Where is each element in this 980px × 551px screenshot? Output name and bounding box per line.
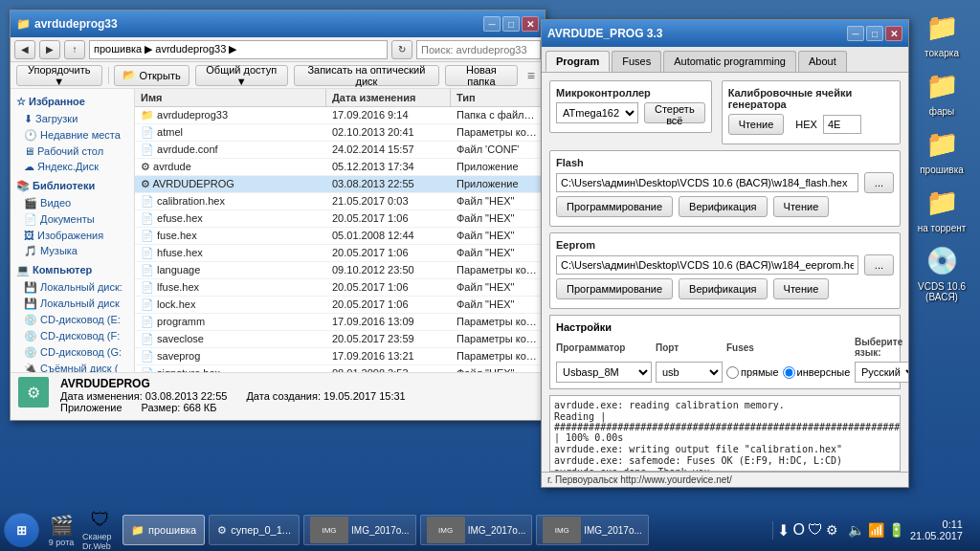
burn-button[interactable]: Записать на оптический диск	[294, 65, 439, 86]
forward-button[interactable]: ▶	[39, 40, 60, 59]
desktop-icon-na-torrent[interactable]: 📁 на торрент	[907, 183, 976, 233]
back-button[interactable]: ◀	[14, 40, 35, 59]
sidebar-item-disk-d[interactable]: 💾 Локальный диск	[11, 296, 134, 312]
sidebar-item-usb1[interactable]: 🔌 Съёмный диск (	[11, 361, 134, 372]
file-row[interactable]: 📄 programm17.09.2016 13:09Параметры конф…	[135, 314, 545, 331]
taskbar-clock[interactable]: 0:11 21.05.2017	[910, 518, 970, 541]
open-button[interactable]: 📂 Открыть	[114, 65, 189, 86]
refresh-button[interactable]: ↻	[391, 40, 412, 59]
computer-title[interactable]: 💻 Компьютер	[11, 261, 134, 279]
minimize-button[interactable]: ─	[483, 16, 501, 32]
flash-verify-button[interactable]: Верификация	[679, 196, 768, 217]
cal-read-button[interactable]: Чтение	[728, 114, 785, 135]
fuses-inverse-label[interactable]: инверсные	[783, 366, 851, 379]
column-name[interactable]: Имя	[135, 89, 326, 106]
share-button[interactable]: Общий доступ ▼	[195, 65, 288, 86]
column-date[interactable]: Дата изменения	[326, 89, 451, 106]
file-row[interactable]: 📄 calibration.hex21.05.2017 0:03Файл "HE…	[135, 193, 545, 210]
search-input[interactable]	[416, 40, 541, 59]
view-button[interactable]: ≡	[523, 67, 539, 84]
file-row[interactable]: 📄 lfuse.hex20.05.2017 1:06Файл "HEX"	[135, 279, 545, 297]
quick-launch-drweb[interactable]: 🛡 Сканер Dr.Web	[82, 512, 119, 548]
up-button[interactable]: ↑	[64, 40, 85, 59]
file-row[interactable]: 📄 fuse.hex05.01.2008 12:44Файл "HEX"	[135, 228, 545, 245]
file-row[interactable]: 📄 lock.hex20.05.2017 1:06Файл "HEX"	[135, 297, 545, 314]
micro-select[interactable]: ATmega162	[556, 102, 638, 123]
file-row[interactable]: 📄 signature.hex08.01.2008 2:53Файл "HEX"	[135, 365, 545, 372]
tab-about[interactable]: About	[798, 51, 847, 72]
taskbar-avrdude-item[interactable]: ⚙ супер_0_1...	[209, 515, 300, 545]
tab-fuses[interactable]: Fuses	[612, 51, 661, 72]
taskbar-explorer-item[interactable]: 📁 прошивка	[122, 515, 205, 545]
tab-program[interactable]: Program	[546, 51, 610, 72]
sidebar-item-disk-c[interactable]: 💾 Локальный диск:	[11, 279, 134, 296]
port-select[interactable]: usb	[656, 362, 723, 383]
favorites-title[interactable]: ☆ Избранное	[11, 93, 134, 111]
file-row[interactable]: ⚙ AVRDUDEPROG03.08.2013 22:55Приложение	[135, 176, 545, 193]
avrdude-close-button[interactable]: ✕	[885, 26, 902, 41]
flash-read-button[interactable]: Чтение	[773, 196, 830, 217]
fuses-inverse-radio[interactable]	[783, 366, 795, 379]
eeprom-verify-button[interactable]: Верификация	[679, 278, 768, 299]
sidebar-item-images[interactable]: 🖼 Изображения	[11, 228, 134, 243]
file-row[interactable]: 📄 hfuse.hex20.05.2017 1:06Файл "HEX"	[135, 245, 545, 262]
volume-icon[interactable]: 🔈	[848, 522, 864, 538]
sidebar-item-music[interactable]: 🎵 Музыка	[11, 243, 134, 259]
file-date-cell: 17.09.2016 13:21	[326, 348, 451, 364]
fuses-direct-radio[interactable]	[726, 366, 739, 379]
sidebar-item-cd-f[interactable]: 💿 CD-дисковод (F:	[11, 328, 134, 344]
hex-value-input[interactable]	[823, 115, 861, 134]
flash-program-button[interactable]: Программирование	[556, 196, 673, 217]
drweb-label: Сканер Dr.Web	[82, 532, 119, 551]
taskbar-thumb3[interactable]: IMG IMG_2017o...	[536, 515, 649, 545]
lang-select[interactable]: Русский	[855, 362, 908, 383]
start-button[interactable]: ⊞	[4, 513, 39, 547]
avrdude-minimize-button[interactable]: ─	[847, 26, 864, 41]
sidebar-item-downloads[interactable]: ⬇ Загрузки	[11, 111, 134, 127]
new-folder-button[interactable]: Новая папка	[445, 65, 518, 86]
eeprom-path-input[interactable]	[556, 255, 858, 275]
desktop-icon-proshivka[interactable]: 📁 прошивка	[907, 124, 976, 175]
file-row[interactable]: ⚙ avrdude05.12.2013 17:34Приложение	[135, 159, 545, 176]
prog-select[interactable]: Usbasp_8M	[556, 362, 652, 383]
network-icon[interactable]: 📶	[868, 522, 884, 538]
eeprom-program-button[interactable]: Программирование	[556, 278, 673, 299]
desktop-icon-fary[interactable]: 📁 фары	[907, 66, 976, 117]
sidebar-item-recent[interactable]: 🕐 Недавние места	[11, 127, 134, 143]
column-type[interactable]: Тип	[451, 89, 545, 106]
sidebar-item-desktop[interactable]: 🖥 Рабочий стол	[11, 143, 134, 159]
close-button[interactable]: ✕	[522, 16, 539, 32]
fuses-direct-label[interactable]: прямые	[726, 366, 779, 379]
file-row[interactable]: 📄 efuse.hex20.05.2017 1:06Файл "HEX"	[135, 210, 545, 228]
sidebar-item-cd-e[interactable]: 💿 CD-дисковод (E:	[11, 312, 134, 328]
sidebar-item-yandex[interactable]: ☁ Яндекс.Диск	[11, 159, 134, 175]
organize-button[interactable]: Упорядочить ▼	[16, 65, 102, 86]
file-row[interactable]: 📄 atmel02.10.2013 20:41Параметры конф...	[135, 124, 545, 142]
maximize-button[interactable]: □	[502, 16, 520, 32]
tab-auto-prog[interactable]: Automatic programming	[663, 51, 796, 72]
taskbar-thumb1[interactable]: IMG IMG_2017o...	[303, 515, 416, 545]
log-area[interactable]: avrdude.exe: reading calibration memory.…	[549, 395, 901, 472]
titlebar-controls: ─ □ ✕	[483, 16, 539, 32]
eeprom-browse-button[interactable]: ...	[864, 254, 894, 276]
address-input[interactable]	[89, 40, 388, 59]
file-row[interactable]: 📁 avrdudeprog3317.09.2016 9:14Папка с фа…	[135, 107, 545, 124]
file-row[interactable]: 📄 saveclose20.05.2017 23:59Параметры кон…	[135, 331, 545, 348]
quick-launch-9rota[interactable]: 🎬 9 рота	[43, 512, 79, 548]
flash-browse-button[interactable]: ...	[864, 172, 894, 193]
desktop-icon-tokarka[interactable]: 📁 токарка	[907, 8, 976, 58]
file-row[interactable]: 📄 language09.10.2012 23:50Параметры конф…	[135, 262, 545, 279]
file-row[interactable]: 📄 avrdude.conf24.02.2014 15:57Файл 'CONF…	[135, 142, 545, 159]
avrdude-maximize-button[interactable]: □	[866, 26, 883, 41]
file-row[interactable]: 📄 saveprog17.09.2016 13:21Параметры конф…	[135, 348, 545, 365]
sidebar-item-cd-g[interactable]: 💿 CD-дисковод (G:	[11, 344, 134, 361]
clear-all-button[interactable]: Стереть всё	[644, 102, 705, 123]
sidebar-item-video[interactable]: 🎬 Видео	[11, 195, 134, 211]
desktop-icon-vcds[interactable]: 💿 VCDS 10.6 (ВАСЯ)	[907, 241, 976, 302]
battery-icon[interactable]: 🔋	[888, 522, 904, 538]
flash-path-input[interactable]	[556, 173, 858, 192]
taskbar-thumb2[interactable]: IMG IMG_2017o...	[420, 515, 533, 545]
libraries-title[interactable]: 📚 Библиотеки	[11, 177, 134, 195]
eeprom-read-button[interactable]: Чтение	[773, 278, 830, 299]
sidebar-item-docs[interactable]: 📄 Документы	[11, 211, 134, 228]
